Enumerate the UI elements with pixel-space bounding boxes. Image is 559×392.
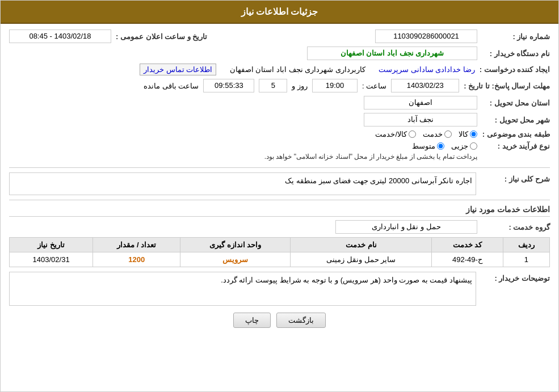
cell-quantity: 1200 <box>93 252 180 267</box>
print-button[interactable]: چاپ <box>233 313 271 328</box>
deadline-days-label: روز و <box>292 82 308 90</box>
service-group-value: حمل و نقل و انبارداری <box>335 220 477 234</box>
creator-contact-link[interactable]: اطلاعات تماس خریدار <box>140 64 216 75</box>
page-header: جزئیات اطلاعات نیاز <box>1 1 558 24</box>
page-title: جزئیات اطلاعات نیاز <box>241 7 318 16</box>
city-label: شهر محل تحویل : <box>482 116 550 124</box>
services-table: ردیف کد خدمت نام خدمت واحد اندازه گیری ت… <box>9 237 550 267</box>
city-row: شهر محل تحویل : نجف آباد <box>9 113 550 127</box>
col-header-name: نام خدمت <box>291 238 432 252</box>
description-label: شرح کلی نیاز : <box>476 172 550 183</box>
service-group-row: گروه خدمت : حمل و نقل و انبارداری <box>9 220 550 234</box>
col-header-date: تاریخ نیاز <box>10 238 93 252</box>
buyer-label: نام دستگاه خریدار : <box>482 49 550 58</box>
creator-name: رضا خدادادی سادانی سرپرست <box>379 65 475 74</box>
description-content: اجاره تانکر آبرسانی 20000 لیتری جهت فضای… <box>9 172 476 195</box>
buyer-note-label: توضیحات خریدار : <box>476 272 550 283</box>
col-header-code: کد خدمت <box>432 238 503 252</box>
deadline-time: 19:00 <box>312 79 358 92</box>
button-group: بازگشت چاپ <box>9 313 550 336</box>
creator-row: ایجاد کننده درخواست : رضا خدادادی سادانی… <box>9 64 550 75</box>
category-radio-kala[interactable] <box>470 130 477 138</box>
deadline-days: 5 <box>259 79 287 92</box>
city-value: نجف آباد <box>364 113 477 127</box>
category-option-3: کالا/خدمت <box>375 130 416 138</box>
announce-date-label: تاریخ و ساعت اعلان عمومی : <box>116 32 207 41</box>
cell-row: 1 <box>503 252 549 267</box>
category-label-khedmat: خدمت <box>423 130 443 138</box>
process-radio-motavasset[interactable] <box>437 142 444 150</box>
description-row: شرح کلی نیاز : اجاره تانکر آبرسانی 20000… <box>9 172 550 195</box>
cell-name: سایر حمل ونقل زمینی <box>291 252 432 267</box>
buyer-row: نام دستگاه خریدار : شهرداری نجف اباد است… <box>9 47 550 60</box>
process-note: پرداخت تمام یا بخشی از مبلغ خریدار از مح… <box>264 153 477 161</box>
service-group-label: گروه خدمت : <box>482 223 550 231</box>
process-label: نوع فرآیند خرید : <box>482 142 550 150</box>
process-options: جزیی متوسط <box>264 142 477 150</box>
table-header-row: ردیف کد خدمت نام خدمت واحد اندازه گیری ت… <box>10 238 550 252</box>
creator-label: ایجاد کننده درخواست : <box>480 65 550 74</box>
deadline-remaining: 09:55:33 <box>203 79 254 92</box>
category-options: کالا خدمت کالا/خدمت <box>375 130 477 138</box>
need-number-row: شماره نیاز : 1103090286000021 تاریخ و سا… <box>9 29 550 43</box>
process-label-jozi: جزیی <box>451 142 468 150</box>
main-container: جزئیات اطلاعات نیاز شماره نیاز : 1103090… <box>0 0 559 392</box>
process-row: نوع فرآیند خرید : جزیی متوسط پرداخت تمام… <box>9 142 550 163</box>
deadline-label: مهلت ارسال پاسخ: تا تاریخ : <box>464 82 550 90</box>
buyer-note-content: پیشنهاد قیمت به صورت واحد (هر سرویس) و ب… <box>9 272 476 306</box>
province-value: اصفهان <box>364 96 477 109</box>
deadline-remaining-label: ساعت باقی مانده <box>144 82 199 90</box>
creator-role: کاربرداری شهرداری نجف اباد استان اصفهان <box>230 65 365 74</box>
category-option-1: کالا <box>459 130 477 138</box>
deadline-row: مهلت ارسال پاسخ: تا تاریخ : 1403/02/23 س… <box>9 79 550 92</box>
announce-date-value: 1403/02/18 - 08:45 <box>9 29 111 43</box>
category-radio-khedmat[interactable] <box>444 130 452 138</box>
cell-unit: سرویس <box>180 252 291 267</box>
category-label-kala-khedmat: کالا/خدمت <box>375 130 407 138</box>
deadline-time-label: ساعت : <box>362 82 386 90</box>
category-row: طبقه بندی موضوعی : کالا خدمت کالا/خدمت <box>9 130 550 138</box>
process-option-jozi: جزیی <box>451 142 477 150</box>
col-header-qty: تعداد / مقدار <box>93 238 180 252</box>
cell-code: ح-49-492 <box>432 252 503 267</box>
need-number-label: شماره نیاز : <box>482 32 550 41</box>
col-header-unit: واحد اندازه گیری <box>180 238 291 252</box>
province-row: استان محل تحویل : اصفهان <box>9 96 550 109</box>
process-label-motavasset: متوسط <box>412 142 435 150</box>
process-option-motavasset: متوسط <box>412 142 444 150</box>
category-radio-kala-khedmat[interactable] <box>409 130 416 138</box>
process-content: جزیی متوسط پرداخت تمام یا بخشی از مبلغ خ… <box>264 142 477 163</box>
table-row: 1 ح-49-492 سایر حمل ونقل زمینی سرویس 120… <box>10 252 550 267</box>
process-radio-jozi[interactable] <box>470 142 477 150</box>
need-number-value: 1103090286000021 <box>375 29 477 43</box>
category-option-2: خدمت <box>423 130 452 138</box>
cell-date: 1403/02/31 <box>10 252 93 267</box>
buyer-note-row: توضیحات خریدار : پیشنهاد قیمت به صورت وا… <box>9 272 550 306</box>
back-button[interactable]: بازگشت <box>276 313 326 328</box>
province-label: استان محل تحویل : <box>482 99 550 107</box>
deadline-date: 1403/02/23 <box>391 79 459 92</box>
category-label-kala: کالا <box>459 130 468 138</box>
buyer-note-value: پیشنهاد قیمت به صورت واحد (هر سرویس) و ب… <box>9 272 476 306</box>
services-title: اطلاعات خدمات مورد نیاز <box>9 205 550 217</box>
divider-2 <box>9 200 550 200</box>
col-header-row: ردیف <box>503 238 549 252</box>
divider-1 <box>9 167 550 168</box>
content-area: شماره نیاز : 1103090286000021 تاریخ و سا… <box>1 24 558 342</box>
description-value: اجاره تانکر آبرسانی 20000 لیتری جهت فضای… <box>9 172 476 195</box>
buyer-value: شهرداری نجف اباد استان اصفهان <box>307 47 477 60</box>
category-label: طبقه بندی موضوعی : <box>482 130 550 138</box>
